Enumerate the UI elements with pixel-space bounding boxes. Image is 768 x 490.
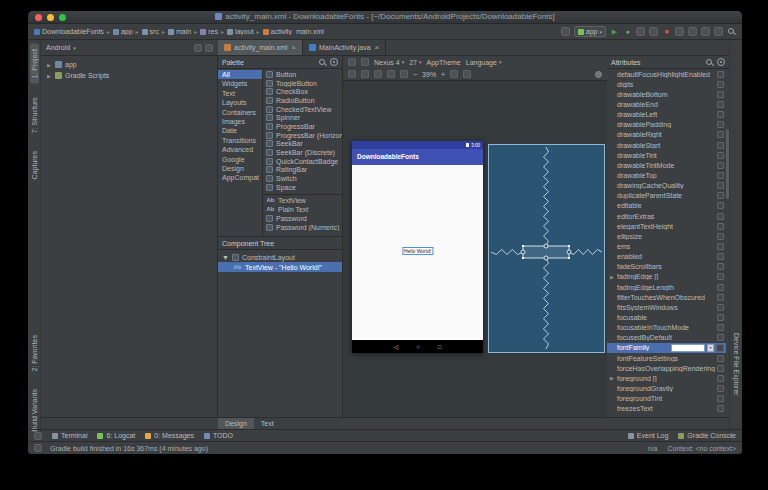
palette-component-spinner[interactable]: Spinner: [263, 113, 342, 122]
attribute-row-drawabletop[interactable]: drawableTop: [607, 170, 726, 180]
minimize-window-button[interactable]: [47, 14, 54, 21]
gear-icon[interactable]: [717, 58, 725, 66]
attribute-row-duplicateparentstate[interactable]: duplicateParentState: [607, 191, 726, 201]
value-flag-button[interactable]: [717, 273, 724, 280]
debug-icon[interactable]: ●: [623, 27, 632, 36]
guidelines-icon[interactable]: [387, 70, 395, 78]
attribute-row-filtertoucheswhenobscured[interactable]: filterTouchesWhenObscured: [607, 292, 726, 302]
value-flag-button[interactable]: [717, 243, 724, 250]
profiler-icon[interactable]: [649, 27, 658, 36]
hammer-icon[interactable]: [561, 27, 570, 36]
value-flag-button[interactable]: [717, 142, 724, 149]
expand-icon[interactable]: ▶: [47, 73, 52, 79]
value-flag-button[interactable]: [717, 253, 724, 260]
recents-icon[interactable]: □: [438, 344, 442, 350]
blueprint-preview[interactable]: [488, 144, 605, 353]
value-flag-button[interactable]: [717, 395, 724, 402]
value-flag-button[interactable]: [717, 385, 724, 392]
palette-category-date[interactable]: Date: [218, 126, 262, 135]
palette-category-appcompat[interactable]: AppCompat: [218, 173, 262, 182]
attribute-row-drawabletintmode[interactable]: drawableTintMode: [607, 160, 726, 170]
toolwindow-messages[interactable]: 0: Messages: [145, 432, 194, 439]
zoom-fit-icon[interactable]: [450, 70, 458, 78]
attribute-row-focusable[interactable]: focusable: [607, 312, 726, 322]
palette-category-text[interactable]: Text: [218, 89, 262, 98]
value-flag-button[interactable]: [717, 131, 724, 138]
pan-icon[interactable]: [463, 70, 471, 78]
value-flag-button[interactable]: [717, 172, 724, 179]
toolwindow-gradleconsole[interactable]: Gradle Console: [678, 432, 736, 439]
run-config-selector[interactable]: app▾: [574, 26, 606, 37]
toolwindow-eventlog[interactable]: Event Log: [628, 432, 669, 439]
breadcrumb-item-app[interactable]: app: [113, 28, 133, 35]
palette-component-switch[interactable]: Switch: [263, 174, 342, 183]
zoom-window-button[interactable]: [59, 14, 66, 21]
attribute-row-ems[interactable]: ems: [607, 241, 726, 251]
toolwindow-button-devicefileexplorer[interactable]: Device File Explorer: [732, 328, 741, 401]
toolwindow-button-favorites[interactable]: 2: Favorites: [30, 330, 39, 377]
palette-component-checkedtextview[interactable]: CheckedTextView: [263, 105, 342, 114]
attribute-row-fitssystemwindows[interactable]: fitsSystemWindows: [607, 302, 726, 312]
api-selector[interactable]: 27▾: [409, 59, 421, 66]
project-tree-item-app[interactable]: ▶app: [41, 59, 217, 70]
toolwindow-logcat[interactable]: 6: Logcat: [97, 432, 135, 439]
attribute-row-drawableleft[interactable]: drawableLeft: [607, 110, 726, 120]
close-window-button[interactable]: [35, 14, 42, 21]
attribute-row-drawablepadding[interactable]: drawablePadding: [607, 120, 726, 130]
attribute-row-fadescrollbars[interactable]: fadeScrollbars: [607, 262, 726, 272]
warnings-badge[interactable]: [595, 71, 602, 78]
value-flag-button[interactable]: [717, 355, 724, 362]
value-flag-button[interactable]: [717, 91, 724, 98]
value-flag-button[interactable]: [717, 202, 724, 209]
autoconnect-icon[interactable]: [348, 70, 356, 78]
toolwindow-button-structure[interactable]: 7: Structure: [30, 92, 39, 138]
value-flag-button[interactable]: [717, 294, 724, 301]
value-flag-button[interactable]: [717, 111, 724, 118]
breadcrumb-item-layout[interactable]: layout: [227, 28, 254, 35]
attribute-row-digits[interactable]: digits: [607, 79, 726, 89]
wrench-icon[interactable]: [716, 344, 724, 352]
attribute-row-fontfamily[interactable]: fontFamily▾: [607, 343, 726, 353]
component-tree-item-textview[interactable]: AbTextView - "Hello World!": [218, 262, 342, 272]
attribute-row-drawablestart[interactable]: drawableStart: [607, 140, 726, 150]
value-flag-button[interactable]: [717, 121, 724, 128]
attribute-row-focusableintouchmode[interactable]: focusableInTouchMode: [607, 323, 726, 333]
expand-icon[interactable]: ▶: [47, 62, 52, 68]
design-canvas[interactable]: 3:00 DownloadableFonts Hello World! ◁○□: [343, 81, 607, 417]
sync-gradle-icon[interactable]: [701, 27, 710, 36]
design-surface-icon[interactable]: [348, 58, 356, 66]
close-icon[interactable]: ×: [375, 43, 380, 52]
palette-component-progressbar[interactable]: ProgressBar: [263, 122, 342, 131]
palette-category-layouts[interactable]: Layouts: [218, 98, 262, 107]
close-icon[interactable]: ×: [291, 43, 296, 52]
palette-component-seekbar[interactable]: SeekBar: [263, 140, 342, 149]
value-flag-button[interactable]: [717, 365, 724, 372]
attribute-row-foregroundgravity[interactable]: foregroundGravity: [607, 383, 726, 393]
breadcrumb-item-activity-main-xml[interactable]: activity_main.xml: [263, 28, 324, 35]
mode-tab-design[interactable]: Design: [218, 418, 254, 429]
device-selector[interactable]: Nexus 4▾: [374, 59, 404, 66]
editor-tab-mainactivity-java[interactable]: MainActivity.java×: [303, 40, 386, 55]
attribute-row-foreground[interactable]: ▶foreground []: [607, 373, 726, 383]
value-flag-button[interactable]: [717, 314, 724, 321]
project-tree-item-gradlescripts[interactable]: ▶Gradle Scripts: [41, 70, 217, 81]
theme-selector[interactable]: AppTheme: [427, 59, 461, 66]
design-preview[interactable]: 3:00 DownloadableFonts Hello World! ◁○□: [352, 141, 483, 353]
toolwindow-todo[interactable]: TODO: [204, 432, 233, 439]
attribute-row-drawableright[interactable]: drawableRight: [607, 130, 726, 140]
expand-icon[interactable]: ▶: [610, 375, 615, 381]
value-flag-button[interactable]: [717, 182, 724, 189]
attribute-row-eleganttextheight[interactable]: elegantTextHeight: [607, 221, 726, 231]
palette-category-advanced[interactable]: Advanced: [218, 145, 262, 154]
palette-component-space[interactable]: Space: [263, 183, 342, 192]
expand-icon[interactable]: ▼: [222, 254, 229, 261]
palette-component-button[interactable]: Button: [263, 70, 342, 79]
clear-constraints-icon[interactable]: [361, 70, 369, 78]
palette-component-checkbox[interactable]: CheckBox: [263, 87, 342, 96]
palette-component-seekbar--discrete-[interactable]: SeekBar (Discrete): [263, 148, 342, 157]
palette-category-images[interactable]: Images: [218, 117, 262, 126]
value-flag-button[interactable]: [717, 101, 724, 108]
attribute-row-defaultfocushighlightenabled[interactable]: defaultFocusHighlightEnabled: [607, 69, 726, 79]
value-flag-button[interactable]: [717, 223, 724, 230]
value-flag-button[interactable]: [717, 324, 724, 331]
